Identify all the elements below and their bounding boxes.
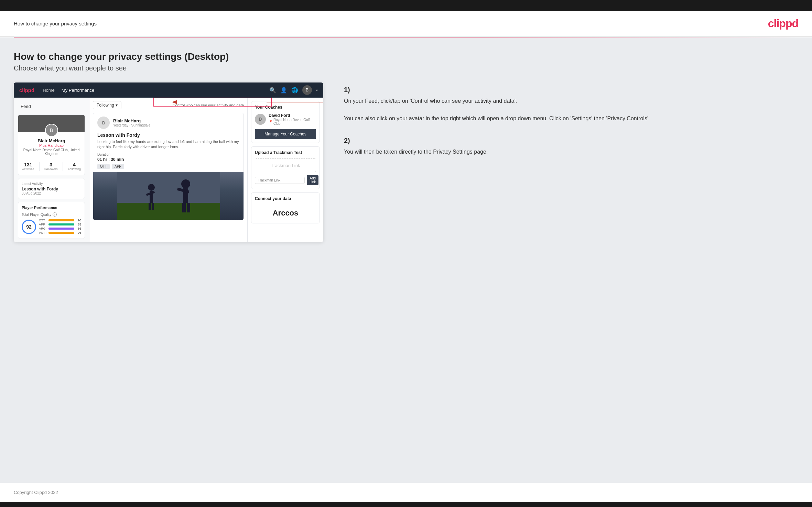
mockup-feed: Following ▾ Control who can see your act…: [89, 98, 248, 242]
quality-row: 92 OTT 90 APP 85: [22, 219, 81, 235]
mockup-body: Feed B Blair McHarg Plus Handicap Royal …: [14, 98, 323, 242]
profile-card: B Blair McHarg Plus Handicap Royal North…: [18, 114, 85, 175]
tag-ott: OTT: [97, 164, 110, 169]
instruction-1-text: On your Feed, click/tap on 'Control who …: [344, 97, 798, 123]
post-author-name: Blair McHarg: [113, 118, 150, 123]
mockup-right-panel: Your Coaches D David Ford 📍 Royal North …: [248, 98, 323, 242]
mockup-logo: clippd: [19, 87, 34, 93]
footer: Copyright Clippd 2022: [0, 483, 812, 502]
profile-handicap: Plus Handicap: [21, 143, 82, 147]
location-pin-icon: 📍: [269, 120, 273, 124]
post-image: [93, 172, 243, 220]
stat-activities-label: Activities: [22, 167, 34, 171]
instruction-1: 1) On your Feed, click/tap on 'Control w…: [344, 86, 798, 123]
stat-followers: 3 Followers: [44, 162, 58, 171]
clippd-logo: clippd: [768, 17, 798, 30]
stat-divider-2: [63, 162, 63, 171]
profile-background: B: [18, 115, 85, 132]
stat-followers-label: Followers: [44, 167, 58, 171]
qb-arg-label: ARG: [39, 227, 47, 230]
page-heading: How to change your privacy settings (Des…: [14, 51, 798, 72]
trackman-input-row: Add Link: [255, 175, 316, 185]
coach-item: D David Ford 📍 Royal North Devon Golf Cl…: [255, 113, 316, 125]
feed-tab[interactable]: Feed: [18, 102, 85, 111]
tag-app: APP: [112, 164, 124, 169]
stat-divider-1: [39, 162, 40, 171]
qb-arg: ARG 86: [39, 227, 81, 230]
profile-name: Blair McHarg: [21, 138, 82, 143]
qb-ott-val: 90: [76, 219, 81, 222]
page-subtitle: Choose what you want people to see: [14, 64, 798, 72]
mockup-nav-icons: 🔍 👤 🌐 B ▾: [269, 85, 318, 95]
quality-score: 92: [22, 220, 36, 234]
post-tags: OTT APP: [93, 164, 243, 169]
qb-putt-bar: [48, 232, 74, 234]
following-button[interactable]: Following ▾: [93, 101, 121, 109]
arccos-brand: Arccos: [255, 205, 316, 220]
qb-ott-bar: [48, 219, 74, 221]
svg-rect-10: [182, 203, 186, 212]
qb-arg-bar: [48, 228, 74, 230]
trackman-link-input[interactable]: [255, 177, 305, 184]
mockup-navbar: clippd Home My Performance 🔍 👤 🌐 B ▾: [14, 82, 323, 98]
trackman-title: Upload a Trackman Test: [255, 150, 316, 155]
copyright: Copyright Clippd 2022: [14, 490, 58, 495]
mockup-sidebar: Feed B Blair McHarg Plus Handicap Royal …: [14, 98, 89, 242]
profile-stats: 131 Activities 3 Followers 4 F: [18, 162, 85, 171]
latest-activity-title: Lesson with Fordy: [22, 187, 81, 191]
post-duration-value: 01 hr : 30 min: [97, 157, 124, 162]
stat-followers-value: 3: [44, 162, 58, 167]
connect-title: Connect your data: [255, 196, 316, 201]
post-header: B Blair McHarg Yesterday · Sunningdale: [93, 113, 243, 132]
stat-following-label: Following: [68, 167, 81, 171]
chevron-down-icon: ▾: [116, 103, 118, 108]
nav-link-home[interactable]: Home: [43, 88, 55, 93]
profile-avatar: B: [45, 124, 58, 137]
qb-ott: OTT 90: [39, 219, 81, 222]
nav-link-my-performance[interactable]: My Performance: [62, 88, 94, 93]
qb-app-val: 85: [76, 223, 81, 226]
quality-info-icon: i: [53, 212, 57, 217]
top-bar: [0, 0, 812, 11]
instruction-1-number: 1): [344, 86, 798, 94]
coach-club: 📍 Royal North Devon Golf Club: [269, 118, 316, 125]
svg-rect-6: [152, 203, 154, 210]
coaches-panel: Your Coaches D David Ford 📍 Royal North …: [251, 101, 320, 143]
add-link-button[interactable]: Add Link: [307, 175, 318, 185]
golf-scene-svg: [117, 172, 220, 220]
qb-putt: PUTT 96: [39, 231, 81, 234]
connect-panel: Connect your data Arccos: [251, 192, 320, 223]
post-author-info: Blair McHarg Yesterday · Sunningdale: [113, 118, 150, 127]
coaches-panel-title: Your Coaches: [255, 105, 316, 110]
search-icon[interactable]: 🔍: [269, 87, 276, 93]
user-icon[interactable]: 👤: [280, 87, 287, 93]
post-image-inner: [93, 172, 243, 220]
post-author-avatar: B: [97, 117, 110, 129]
quality-bars: OTT 90 APP 85 ARG: [39, 219, 81, 235]
stat-following-value: 4: [68, 162, 81, 167]
svg-rect-11: [187, 203, 190, 212]
qb-putt-label: PUTT: [39, 231, 47, 234]
mockup-nav-links: Home My Performance: [43, 88, 94, 93]
instruction-2-number: 2): [344, 137, 798, 145]
avatar-chevron: ▾: [316, 88, 318, 92]
trackman-placeholder: Trackman Link: [255, 158, 316, 172]
manage-coaches-button[interactable]: Manage Your Coaches: [255, 129, 316, 139]
qb-app-bar: [48, 223, 74, 225]
stat-activities: 131 Activities: [22, 162, 34, 171]
svg-rect-5: [149, 203, 151, 210]
qb-app: APP 85: [39, 223, 81, 226]
profile-club: Royal North Devon Golf Club, United King…: [21, 148, 82, 156]
post-meta: Yesterday · Sunningdale: [113, 123, 150, 127]
feed-header: Following ▾ Control who can see your act…: [93, 101, 244, 109]
header: How to change your privacy settings clip…: [0, 11, 812, 37]
location-icon[interactable]: 🌐: [291, 87, 298, 93]
svg-rect-1: [117, 203, 220, 220]
stat-following: 4 Following: [68, 162, 81, 171]
stat-activities-value: 131: [22, 162, 34, 167]
trackman-panel: Upload a Trackman Test Trackman Link Add…: [251, 146, 320, 189]
player-performance-title: Player Performance: [22, 206, 81, 210]
avatar-button[interactable]: B: [302, 85, 312, 95]
control-privacy-link[interactable]: Control who can see your activity and da…: [173, 103, 244, 107]
latest-activity-date: 03 Aug 2022: [22, 191, 81, 195]
